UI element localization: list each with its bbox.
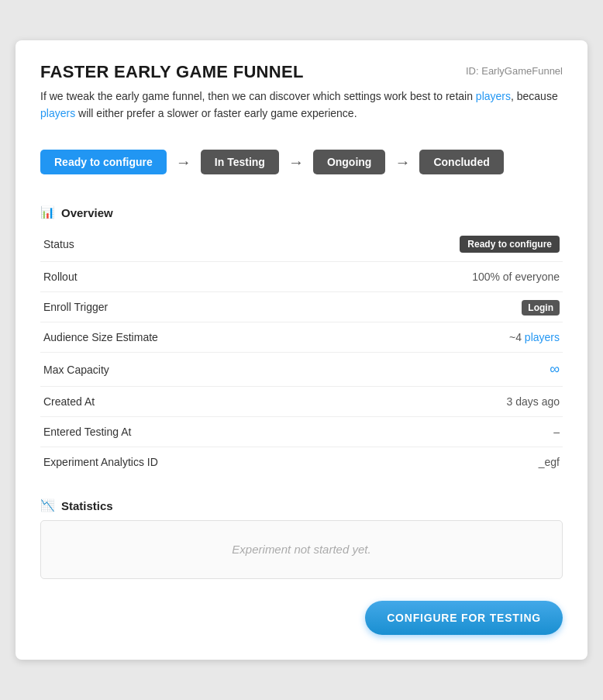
- pipeline-step-concluded: Concluded: [419, 150, 503, 174]
- row-value-created: 3 days ago: [302, 387, 563, 417]
- overview-icon: 📊: [40, 205, 55, 219]
- highlight-players: players: [476, 90, 511, 102]
- row-value-audience: ~4 players: [302, 322, 563, 353]
- statistics-title: Statistics: [61, 499, 113, 512]
- overview-title: Overview: [61, 206, 113, 219]
- pipeline-step-testing: In Testing: [201, 150, 279, 174]
- statistics-section-header: 📉 Statistics: [40, 498, 563, 512]
- pipeline-step-ready: Ready to configure: [40, 150, 167, 174]
- row-label-analytics: Experiment Analytics ID: [40, 447, 302, 478]
- overview-section-header: 📊 Overview: [40, 205, 563, 219]
- page-title: FASTER EARLY GAME FUNNEL: [40, 62, 304, 82]
- table-row: Status Ready to configure: [40, 227, 563, 262]
- pipeline: Ready to configure → In Testing → Ongoin…: [40, 143, 563, 181]
- overview-table: Status Ready to configure Rollout 100% o…: [40, 227, 563, 477]
- row-value-enroll: Login: [302, 292, 563, 322]
- table-row: Created At 3 days ago: [40, 387, 563, 417]
- table-row: Audience Size Estimate ~4 players: [40, 322, 563, 353]
- row-label-created: Created At: [40, 387, 302, 417]
- header-row: FASTER EARLY GAME FUNNEL ID: EarlyGameFu…: [40, 62, 563, 82]
- statistics-placeholder: Experiment not started yet.: [232, 543, 370, 556]
- pipeline-step-ongoing: Ongoing: [313, 150, 386, 174]
- table-row: Max Capacity ∞: [40, 353, 563, 387]
- table-row: Rollout 100% of everyone: [40, 262, 563, 292]
- configure-for-testing-button[interactable]: CONFIGURE FOR TESTING: [365, 601, 563, 635]
- footer: CONFIGURE FOR TESTING: [40, 601, 563, 635]
- pipeline-arrow-3: →: [395, 153, 410, 171]
- pipeline-arrow-2: →: [288, 153, 304, 171]
- highlight-players2: players: [40, 107, 75, 119]
- row-value-rollout: 100% of everyone: [302, 262, 563, 292]
- row-value-capacity: ∞: [302, 353, 563, 387]
- pipeline-arrow-1: →: [176, 153, 191, 171]
- row-label-rollout: Rollout: [40, 262, 302, 292]
- row-label-enroll: Enroll Trigger: [40, 292, 302, 322]
- enroll-badge: Login: [522, 300, 560, 316]
- experiment-id: ID: EarlyGameFunnel: [466, 65, 563, 77]
- statistics-box: Experiment not started yet.: [40, 520, 563, 579]
- players-text: players: [525, 331, 560, 343]
- statistics-icon: 📉: [40, 498, 55, 512]
- row-value-analytics: _egf: [302, 447, 563, 478]
- row-label-entered: Entered Testing At: [40, 417, 302, 447]
- table-row: Experiment Analytics ID _egf: [40, 447, 563, 478]
- table-row: Entered Testing At –: [40, 417, 563, 447]
- row-label-audience: Audience Size Estimate: [40, 322, 302, 353]
- row-label-status: Status: [40, 227, 302, 262]
- main-card: FASTER EARLY GAME FUNNEL ID: EarlyGameFu…: [16, 40, 587, 660]
- table-row: Enroll Trigger Login: [40, 292, 563, 322]
- row-label-capacity: Max Capacity: [40, 353, 302, 387]
- row-value-entered: –: [302, 417, 563, 447]
- description: If we tweak the early game funnel, then …: [40, 88, 563, 122]
- status-badge: Ready to configure: [460, 236, 560, 253]
- infinity-symbol: ∞: [550, 361, 560, 377]
- row-value-status: Ready to configure: [302, 227, 563, 262]
